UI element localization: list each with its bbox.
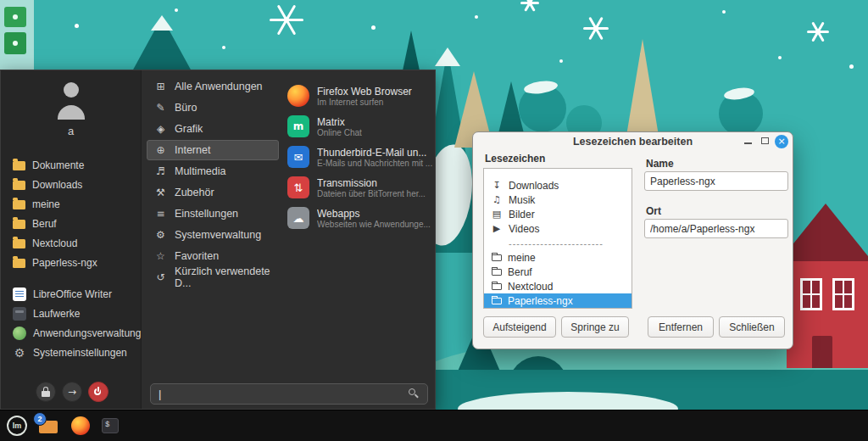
wallpaper-snow-dot — [75, 24, 79, 28]
bookmark-videos[interactable]: ▶ Videos — [484, 221, 632, 236]
preferences-icon: ≡ — [154, 208, 167, 220]
category-internet[interactable]: ⊕ Internet — [147, 140, 279, 160]
places-list: Dokumente Downloads meine Beruf Nextclou… — [1, 155, 141, 272]
thunderbird-mail-icon: ✉ — [287, 146, 309, 168]
bookmark-label: Bilder — [509, 209, 535, 220]
category-alle-anwendungen[interactable]: ⊞ Alle Anwendungen — [147, 76, 279, 97]
video-icon: ▶ — [491, 223, 503, 234]
bookmark-label: Beruf — [508, 266, 532, 278]
location-input[interactable] — [644, 219, 788, 238]
wallpaper-snow-dot — [371, 25, 376, 30]
sidebar-item-laufwerke[interactable]: Laufwerke — [1, 304, 141, 323]
place-label: Downloads — [32, 179, 82, 191]
user-avatar[interactable] — [51, 81, 92, 121]
app-webapps[interactable]: ☁ Webapps Webseiten wie Anwendunge... — [284, 203, 437, 233]
bookmarks-list[interactable]: ↧ Downloads ♫ Musik ▤ Bilder ▶ Videos --… — [483, 168, 632, 309]
category-buero[interactable]: ✎ Büro — [147, 98, 279, 118]
sidebar-item-anwendungsverwaltung[interactable]: Anwendungsverwaltung — [1, 323, 141, 343]
bookmark-beruf[interactable]: Beruf — [484, 265, 632, 279]
folder-icon — [13, 259, 25, 268]
ascending-button[interactable]: Aufsteigend — [483, 316, 556, 338]
graphics-icon: ◈ — [154, 123, 167, 135]
category-favoriten[interactable]: ☆ Favoriten — [147, 246, 279, 266]
close-button[interactable]: × — [775, 135, 788, 148]
window-count-badge: 2 — [33, 412, 47, 426]
wallpaper-snow-dot — [722, 10, 726, 14]
recent-icon: ↺ — [154, 271, 167, 283]
system-list: LibreOffice Writer Laufwerke Anwendungsv… — [1, 284, 141, 362]
sidebar-place-paperless-ngx[interactable]: Paperless-ngx — [1, 253, 141, 272]
category-kuerzlich-verwendet[interactable]: ↺ Kürzlich verwendete D... — [147, 267, 279, 287]
sidebar-item-libreoffice-writer[interactable]: LibreOffice Writer — [1, 284, 141, 304]
firefox-taskbar-button[interactable] — [71, 416, 90, 435]
files-window-button[interactable]: 2 — [39, 418, 59, 433]
category-einstellungen[interactable]: ≡ Einstellungen — [147, 204, 279, 224]
system-item-label: Laufwerke — [33, 308, 80, 320]
sidebar-place-nextcloud[interactable]: Nextcloud — [1, 233, 141, 253]
category-zubehoer[interactable]: ⚒ Zubehör — [147, 182, 279, 203]
category-label: Multimedia — [175, 165, 225, 177]
folder-icon — [13, 200, 25, 209]
app-description: Im Internet surfen — [317, 98, 412, 107]
category-label: Internet — [175, 144, 210, 156]
app-transmission[interactable]: ⇅ Transmission Dateien über BitTorrent h… — [284, 172, 437, 203]
location-field-label: Ort — [646, 205, 661, 217]
sidebar-place-meine[interactable]: meine — [1, 194, 141, 214]
music-note-icon: ♫ — [491, 194, 503, 205]
gear-icon: ⚙ — [13, 346, 26, 360]
lock-screen-button[interactable] — [36, 382, 56, 402]
matrix-icon: m — [287, 115, 309, 137]
category-label: Favoriten — [175, 250, 219, 262]
place-label: meine — [32, 198, 60, 210]
dialog-titlebar[interactable]: Lesezeichen bearbeiten × — [473, 132, 793, 151]
bookmark-musik[interactable]: ♫ Musik — [484, 193, 632, 207]
session-buttons: → — [36, 382, 108, 402]
app-text: Firefox Web Browser Im Internet surfen — [317, 86, 412, 107]
bookmark-nextcloud[interactable]: Nextcloud — [484, 279, 632, 293]
category-multimedia[interactable]: ♬ Multimedia — [147, 161, 279, 181]
app-firefox[interactable]: Firefox Web Browser Im Internet surfen — [284, 81, 437, 111]
category-label: Zubehör — [175, 187, 214, 198]
bookmarks-edit-dialog: Lesezeichen bearbeiten × Lesezeichen ↧ D… — [472, 131, 793, 349]
sidebar-place-beruf[interactable]: Beruf — [1, 214, 141, 233]
category-list: ⊞ Alle Anwendungen ✎ Büro ◈ Grafik ⊕ Int… — [142, 70, 284, 287]
avatar-head-icon — [64, 82, 79, 98]
sidebar-place-downloads[interactable]: Downloads — [1, 175, 141, 194]
minimize-button[interactable] — [744, 142, 752, 144]
folder-icon — [13, 220, 25, 229]
jump-to-button[interactable]: Springe zu — [561, 316, 629, 338]
menu-sidebar: a Dokumente Downloads meine Beruf — [1, 70, 142, 409]
name-input[interactable] — [644, 171, 788, 191]
category-systemverwaltung[interactable]: ⚙ Systemverwaltung — [147, 225, 279, 245]
sidebar-item-systemeinstellungen[interactable]: ⚙ Systemeinstellungen — [1, 343, 141, 362]
remove-button[interactable]: Entfernen — [648, 316, 714, 338]
bookmark-downloads[interactable]: ↧ Downloads — [484, 178, 632, 193]
app-matrix[interactable]: m Matrix Online Chat — [284, 111, 437, 142]
terminal-window-button[interactable]: $ — [102, 418, 119, 433]
bookmark-label: Downloads — [509, 180, 559, 192]
bookmark-paperless-ngx-selected[interactable]: Paperless-ngx — [484, 293, 632, 308]
wallpaper-snow-dot — [559, 59, 563, 63]
lock-icon — [42, 391, 50, 397]
mint-menu-button[interactable]: lm — [7, 416, 27, 436]
bookmark-meine[interactable]: meine — [484, 250, 632, 265]
folder-icon — [492, 298, 502, 304]
category-grafik[interactable]: ◈ Grafik — [147, 119, 279, 139]
start-menu: a Dokumente Downloads meine Beruf — [0, 70, 436, 410]
bookmark-bilder[interactable]: ▤ Bilder — [484, 207, 632, 221]
system-item-label: Systemeinstellungen — [33, 347, 127, 359]
wallpaper-house-door — [812, 336, 832, 368]
power-icon — [93, 387, 103, 397]
sidebar-place-dokumente[interactable]: Dokumente — [1, 155, 141, 175]
category-label: Einstellungen — [175, 208, 238, 220]
app-name: Thunderbird-E-Mail un... — [317, 147, 432, 159]
bookmarks-list-label: Lesezeichen — [485, 153, 545, 165]
avatar-body-icon — [58, 105, 85, 120]
app-thunderbird[interactable]: ✉ Thunderbird-E-Mail un... E-Mails und N… — [284, 142, 437, 172]
logout-button[interactable]: → — [62, 382, 82, 402]
menu-search-input[interactable]: | — [150, 383, 428, 405]
power-button[interactable] — [88, 382, 108, 402]
close-dialog-button[interactable]: Schließen — [719, 316, 785, 338]
maximize-button[interactable] — [761, 137, 769, 144]
star-icon: ☆ — [154, 250, 167, 262]
